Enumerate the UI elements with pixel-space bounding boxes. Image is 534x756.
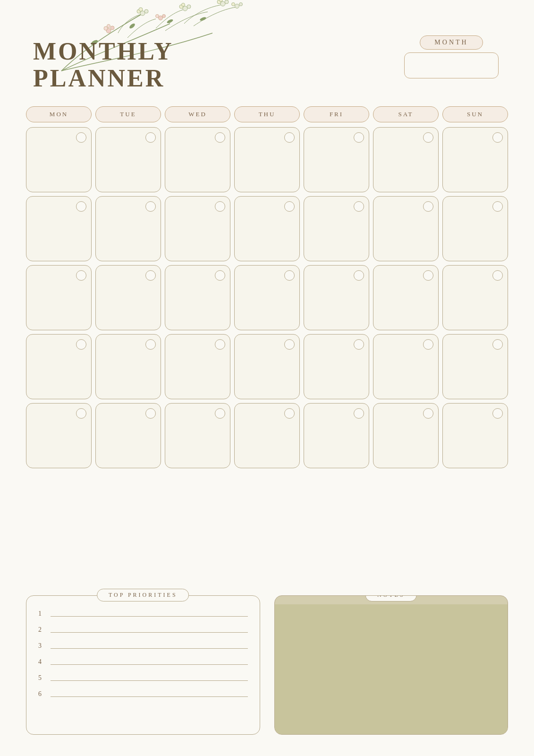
cell-circle <box>492 201 503 212</box>
cell-r1c5[interactable] <box>304 127 369 192</box>
svg-point-21 <box>162 15 166 18</box>
cell-r3c3[interactable] <box>165 265 230 330</box>
title-planner: PLANNER <box>33 65 174 92</box>
cell-r5c6[interactable] <box>373 403 439 468</box>
priority-row-5: 5 <box>38 674 248 682</box>
cell-circle <box>492 339 503 350</box>
priority-line-5[interactable] <box>51 680 248 681</box>
svg-point-12 <box>235 4 239 9</box>
svg-point-2 <box>144 9 148 13</box>
cell-circle <box>76 132 86 143</box>
priority-num-5: 5 <box>38 674 46 682</box>
day-sat: SAT <box>373 106 439 122</box>
svg-point-9 <box>217 0 221 4</box>
cell-r5c7[interactable] <box>442 403 508 468</box>
priority-line-2[interactable] <box>51 632 248 633</box>
cell-r3c7[interactable] <box>442 265 508 330</box>
cell-r2c6[interactable] <box>373 196 439 261</box>
cell-r1c7[interactable] <box>442 127 508 192</box>
calendar-section: MON TUE WED THU FRI SAT SUN <box>26 106 508 468</box>
cell-r2c2[interactable] <box>95 196 161 261</box>
notes-label: NOTES <box>365 595 417 601</box>
month-input-box[interactable] <box>404 52 499 78</box>
priority-row-4: 4 <box>38 658 248 666</box>
cell-circle <box>354 408 364 419</box>
svg-point-20 <box>156 15 159 18</box>
notes-inner[interactable] <box>275 604 508 734</box>
calendar-row-5 <box>26 403 508 468</box>
cell-r2c3[interactable] <box>165 196 230 261</box>
cell-circle <box>492 132 503 143</box>
cell-circle <box>423 270 433 281</box>
svg-point-16 <box>104 26 108 30</box>
cell-r5c5[interactable] <box>304 403 369 468</box>
cell-r2c1[interactable] <box>26 196 92 261</box>
cell-r3c6[interactable] <box>373 265 439 330</box>
cell-circle <box>423 132 433 143</box>
priority-num-6: 6 <box>38 690 46 698</box>
cell-r3c5[interactable] <box>304 265 369 330</box>
priority-line-1[interactable] <box>51 616 248 617</box>
svg-point-14 <box>239 3 243 6</box>
svg-point-13 <box>232 3 235 6</box>
day-sun: SUN <box>442 106 508 122</box>
cell-r1c6[interactable] <box>373 127 439 192</box>
cell-r2c7[interactable] <box>442 196 508 261</box>
cell-r3c2[interactable] <box>95 265 161 330</box>
cell-r5c1[interactable] <box>26 403 92 468</box>
title-monthly: MONTHLY <box>33 38 174 65</box>
calendar-row-4 <box>26 334 508 399</box>
cell-r3c4[interactable] <box>234 265 300 330</box>
cell-r1c1[interactable] <box>26 127 92 192</box>
svg-point-6 <box>187 5 191 9</box>
cell-r5c2[interactable] <box>95 403 161 468</box>
day-thu: THU <box>234 106 300 122</box>
priority-row-2: 2 <box>38 626 248 634</box>
cell-circle <box>76 408 86 419</box>
cell-r4c3[interactable] <box>165 334 230 399</box>
bottom-section: TOP PRIORITIES 1 2 3 4 5 6 NOTES <box>26 595 508 735</box>
notes-box[interactable]: NOTES <box>274 595 509 735</box>
priority-line-6[interactable] <box>51 696 248 697</box>
svg-point-18 <box>107 25 110 28</box>
cell-circle <box>284 339 295 350</box>
cell-r4c1[interactable] <box>26 334 92 399</box>
cell-circle <box>145 408 156 419</box>
cell-circle <box>492 270 503 281</box>
priority-line-4[interactable] <box>51 664 248 665</box>
cell-r4c4[interactable] <box>234 334 300 399</box>
day-tue: TUE <box>95 106 161 122</box>
calendar-row-1 <box>26 127 508 192</box>
cell-circle <box>284 408 295 419</box>
svg-point-4 <box>183 6 187 11</box>
calendar-rows <box>26 127 508 468</box>
month-label: MONTH <box>420 35 483 50</box>
day-headers: MON TUE WED THU FRI SAT SUN <box>26 106 508 122</box>
cell-r1c3[interactable] <box>165 127 230 192</box>
cell-r5c3[interactable] <box>165 403 230 468</box>
cell-r4c2[interactable] <box>95 334 161 399</box>
cell-r4c7[interactable] <box>442 334 508 399</box>
svg-point-1 <box>137 9 141 13</box>
cell-r4c6[interactable] <box>373 334 439 399</box>
day-mon: MON <box>26 106 92 122</box>
cell-r2c4[interactable] <box>234 196 300 261</box>
cell-r3c1[interactable] <box>26 265 92 330</box>
cell-circle <box>145 132 156 143</box>
cell-circle <box>76 339 86 350</box>
cell-r2c5[interactable] <box>304 196 369 261</box>
cell-r5c4[interactable] <box>234 403 300 468</box>
cell-r1c4[interactable] <box>234 127 300 192</box>
priority-line-3[interactable] <box>51 648 248 649</box>
cell-circle <box>76 201 86 212</box>
svg-point-23 <box>128 23 136 29</box>
cell-r1c2[interactable] <box>95 127 161 192</box>
cell-circle <box>423 339 433 350</box>
cell-circle <box>215 270 225 281</box>
cell-r4c5[interactable] <box>304 334 369 399</box>
svg-point-19 <box>159 16 163 20</box>
svg-point-25 <box>199 17 206 21</box>
priorities-box: TOP PRIORITIES 1 2 3 4 5 6 <box>26 595 260 735</box>
cell-circle <box>354 270 364 281</box>
cell-circle <box>423 201 433 212</box>
